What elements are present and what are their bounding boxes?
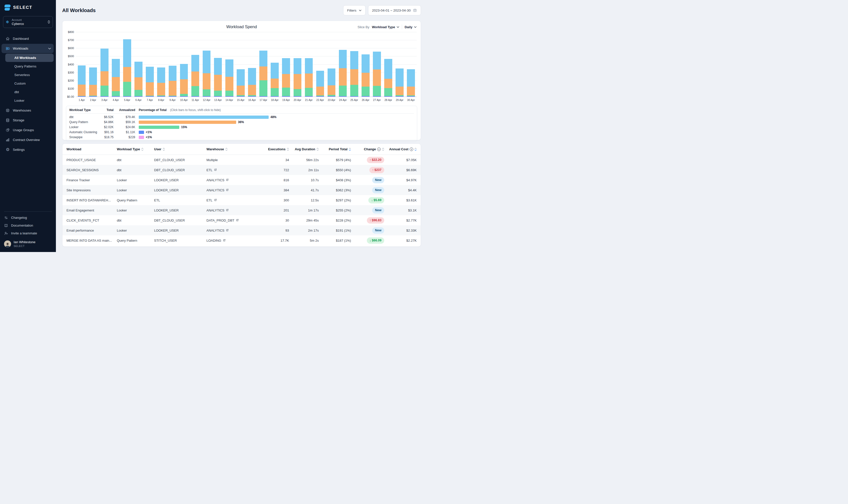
bar-segment-looker[interactable]	[134, 90, 143, 96]
bar-group-27-apr[interactable]	[371, 32, 382, 97]
col-avg-duration[interactable]: Avg Duration	[289, 147, 319, 151]
bar-segment-query-pattern[interactable]	[271, 78, 279, 88]
bar-group-9-apr[interactable]	[167, 32, 178, 97]
info-icon[interactable]: i	[410, 147, 413, 151]
bar-segment-query-pattern[interactable]	[180, 79, 188, 94]
bar-group-19-apr[interactable]	[281, 32, 292, 97]
bar-group-23-apr[interactable]	[326, 32, 337, 97]
sidebar-subitem-dbt[interactable]: dbt	[5, 88, 54, 96]
bar-segment-looker[interactable]	[123, 82, 131, 96]
sidebar-item-dashboard[interactable]: Dashboard	[1, 34, 54, 43]
bar-segment-dbt[interactable]	[259, 51, 267, 67]
bar-segment-dbt[interactable]	[146, 67, 154, 82]
sidebar-item-invite-teammate[interactable]: Invite a teammate	[0, 229, 56, 237]
sort-icon-active[interactable]	[349, 148, 351, 151]
bar-segment-dbt[interactable]	[191, 55, 199, 72]
bar-group-2-apr[interactable]	[87, 32, 99, 97]
bar-segment-query-pattern[interactable]	[396, 87, 403, 95]
bar-segment-dbt[interactable]	[123, 39, 131, 67]
bar-segment-dbt[interactable]	[316, 71, 324, 87]
bar-segment-dbt[interactable]	[214, 58, 222, 75]
bar-segment-looker[interactable]	[101, 86, 109, 96]
bar-segment-looker[interactable]	[373, 86, 381, 96]
bar-group-29-apr[interactable]	[394, 32, 405, 97]
bar-segment-looker[interactable]	[293, 89, 302, 96]
bar-segment-query-pattern[interactable]	[328, 85, 336, 95]
bar-segment-dbt[interactable]	[169, 66, 177, 81]
legend-pct-bar[interactable]	[139, 121, 236, 124]
legend-pct-bar[interactable]	[139, 131, 144, 134]
table-row[interactable]: MERGE INTO DATA AS main...Query PatternS…	[62, 235, 421, 246]
bar-segment-looker[interactable]	[305, 88, 313, 96]
bar-segment-dbt[interactable]	[271, 63, 279, 78]
bar-segment-dbt[interactable]	[225, 59, 233, 77]
bar-segment-dbt[interactable]	[78, 66, 86, 84]
bar-segment-query-pattern[interactable]	[237, 86, 245, 95]
table-row[interactable]: INSERT INTO DATAWAREH...Query PatternETL…	[62, 195, 421, 205]
bar-segment-looker[interactable]	[282, 88, 290, 96]
user-profile[interactable]: Ian Whitestone SELECT	[0, 237, 56, 252]
bar-group-11-apr[interactable]	[190, 32, 201, 97]
col-period-total[interactable]: Period Total	[319, 147, 351, 151]
bar-segment-dbt[interactable]	[373, 52, 381, 70]
bar-segment-looker[interactable]	[271, 88, 279, 96]
external-link-icon[interactable]	[226, 209, 229, 212]
bar-segment-query-pattern[interactable]	[101, 71, 109, 86]
col-change[interactable]: Changei	[351, 147, 384, 151]
bar-segment-query-pattern[interactable]	[123, 67, 131, 82]
bar-segment-dbt[interactable]	[339, 50, 347, 69]
table-row[interactable]: Email performanceLookerLOOKER_USERANALYT…	[62, 225, 421, 235]
sort-icon[interactable]	[225, 148, 228, 151]
bar-group-12-apr[interactable]	[201, 32, 212, 97]
table-row[interactable]: CLICK_EVENTS_FCTdbtDBT_CLOUD_USERDATA_PR…	[62, 215, 421, 225]
bar-segment-query-pattern[interactable]	[293, 74, 302, 89]
table-row[interactable]: Site ImpressionsLookerLOOKER_USERANALYTI…	[62, 185, 421, 195]
bar-segment-query-pattern[interactable]	[214, 75, 222, 91]
col-annual-cost[interactable]: Annual Costi	[384, 147, 417, 151]
external-link-icon[interactable]	[214, 168, 217, 172]
sidebar-item-contract-overview[interactable]: Contract Overview	[1, 135, 54, 144]
legend-pct-bar[interactable]	[139, 136, 144, 139]
bar-segment-looker[interactable]	[384, 88, 392, 96]
date-range-picker[interactable]: 2023-04-01 ~ 2023-04-30	[368, 5, 421, 15]
bar-segment-dbt[interactable]	[237, 69, 245, 86]
slice-by-dropdown[interactable]: Workload Type	[372, 25, 399, 29]
bar-group-30-apr[interactable]	[405, 32, 417, 97]
bar-group-5-apr[interactable]	[121, 32, 133, 97]
sort-icon[interactable]	[287, 148, 289, 151]
bar-segment-looker[interactable]	[112, 91, 120, 96]
info-icon[interactable]: i	[377, 147, 381, 151]
bar-segment-looker[interactable]	[214, 91, 222, 96]
external-link-icon[interactable]	[236, 218, 239, 222]
sidebar-item-workloads[interactable]: Workloads	[1, 44, 54, 53]
sidebar-item-warehouses[interactable]: Warehouses	[1, 106, 54, 115]
bar-group-14-apr[interactable]	[223, 32, 235, 97]
bar-segment-query-pattern[interactable]	[248, 85, 256, 95]
bar-segment-dbt[interactable]	[89, 68, 97, 85]
bar-segment-query-pattern[interactable]	[305, 73, 313, 88]
bar-group-22-apr[interactable]	[314, 32, 326, 97]
sidebar-item-documentation[interactable]: Documentation	[0, 221, 56, 229]
sort-icon-active[interactable]	[414, 148, 417, 151]
sidebar-subitem-all-workloads[interactable]: All Workloads	[5, 54, 54, 62]
bar-segment-dbt[interactable]	[328, 69, 336, 85]
bar-segment-query-pattern[interactable]	[89, 85, 97, 96]
bar-group-3-apr[interactable]	[99, 32, 110, 97]
sort-icon[interactable]	[317, 148, 319, 151]
external-link-icon[interactable]	[226, 188, 229, 192]
bar-segment-looker[interactable]	[259, 80, 267, 96]
external-link-icon[interactable]	[223, 239, 225, 242]
bar-group-7-apr[interactable]	[144, 32, 156, 97]
bar-segment-query-pattern[interactable]	[316, 87, 324, 95]
bar-segment-query-pattern[interactable]	[169, 81, 177, 95]
bar-group-13-apr[interactable]	[212, 32, 223, 97]
bar-segment-dbt[interactable]	[350, 51, 358, 70]
bar-group-20-apr[interactable]	[292, 32, 303, 97]
bar-group-10-apr[interactable]	[178, 32, 190, 97]
sort-icon[interactable]	[141, 148, 144, 151]
bar-segment-query-pattern[interactable]	[225, 77, 233, 91]
col-warehouse[interactable]: Warehouse	[206, 147, 265, 151]
bar-segment-query-pattern[interactable]	[384, 79, 392, 88]
bar-segment-query-pattern[interactable]	[339, 68, 347, 86]
bar-segment-query-pattern[interactable]	[134, 77, 143, 90]
